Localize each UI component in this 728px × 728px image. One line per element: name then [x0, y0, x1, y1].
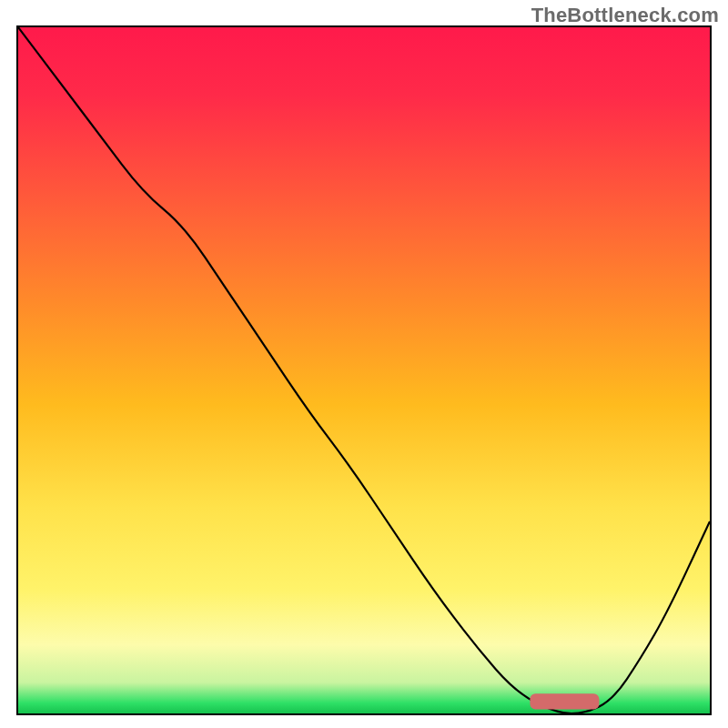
optimal-zone-marker — [530, 693, 599, 709]
bottleneck-plot — [18, 27, 710, 713]
watermark-text: TheBottleneck.com — [531, 4, 719, 27]
plot-frame — [16, 25, 712, 715]
chart-stage: TheBottleneck.com — [0, 0, 728, 728]
heat-background — [18, 27, 710, 713]
